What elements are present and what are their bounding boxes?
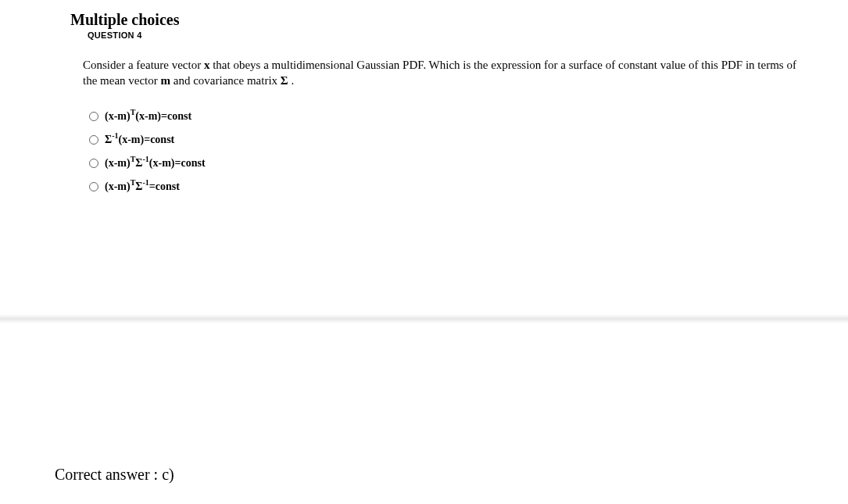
question-prompt: Consider a feature vector x that obeys a… <box>83 57 801 89</box>
option-row[interactable]: (x-m)TΣ-1(x-m)=const <box>89 155 801 172</box>
divider <box>0 314 848 323</box>
option-label: (x-m)T(x-m)=const <box>105 111 191 122</box>
radio-button[interactable] <box>89 182 98 191</box>
prompt-bold: Σ <box>281 74 288 87</box>
option-label: (x-m)TΣ-1=const <box>105 181 180 192</box>
option-label: (x-m)TΣ-1(x-m)=const <box>105 158 206 169</box>
prompt-text: Consider a feature vector <box>83 59 204 71</box>
radio-button[interactable] <box>89 112 98 121</box>
option-row[interactable]: (x-m)T(x-m)=const <box>89 108 801 125</box>
correct-answer: Correct answer : c) <box>55 466 174 484</box>
question-number: QUESTION 4 <box>88 30 801 40</box>
prompt-bold: m <box>161 74 171 87</box>
radio-button[interactable] <box>89 135 98 145</box>
option-row[interactable]: Σ-1(x-m)=const <box>89 131 801 148</box>
prompt-text: . <box>288 74 295 87</box>
prompt-text: and covariance matrix <box>170 74 281 87</box>
heading: Multiple choices <box>70 11 801 29</box>
options-list: (x-m)T(x-m)=constΣ-1(x-m)=const(x-m)TΣ-1… <box>89 108 801 195</box>
radio-button[interactable] <box>89 159 98 168</box>
option-row[interactable]: (x-m)TΣ-1=const <box>89 178 801 195</box>
option-label: Σ-1(x-m)=const <box>105 134 174 145</box>
